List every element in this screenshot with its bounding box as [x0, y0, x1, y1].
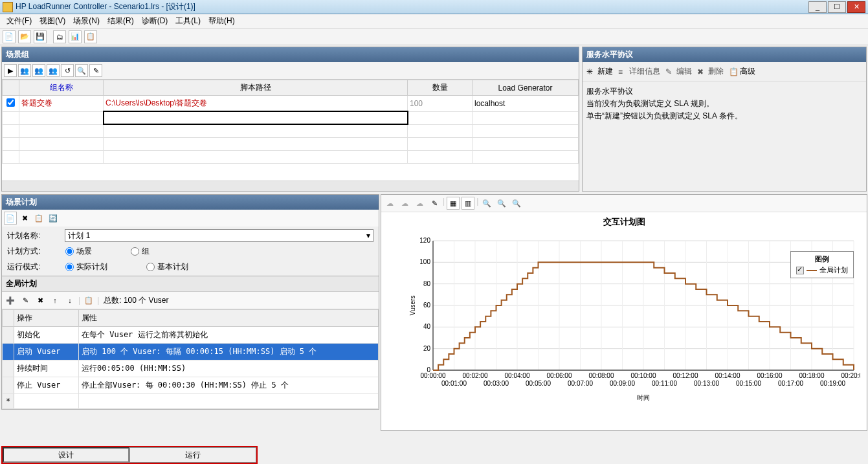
reset-icon[interactable]: ↺ [61, 64, 74, 77]
main-toolbar: 📄 📂 💾 🗂 📊 📋 [0, 28, 868, 45]
sla-new-button[interactable]: ✳新建 [586, 66, 613, 77]
chart-view-2-icon[interactable]: ▥ [462, 197, 474, 210]
gp-edit-icon[interactable]: ✎ [19, 294, 32, 307]
sched-new-icon[interactable]: 📄 [4, 212, 17, 225]
col-group-name[interactable]: 组名称 [19, 80, 104, 96]
legend-line-icon [807, 270, 817, 271]
minimize-button[interactable]: _ [808, 1, 827, 13]
delete-icon: ✖ [697, 67, 706, 76]
chart-legend: 图例 全局计划 [790, 251, 854, 278]
scenario-group-grid[interactable]: 组名称 脚本路径 数量 Load Generator 答题交卷 C:\Users… [2, 80, 579, 181]
tab-design[interactable]: 设计 [3, 447, 129, 463]
plan-name-label: 计划名称: [7, 230, 65, 241]
open-icon[interactable]: 📂 [18, 30, 31, 43]
chart-tool-2[interactable]: ☁ [398, 197, 411, 210]
svg-text:00:09:00: 00:09:00 [610, 380, 635, 387]
sched-copy-icon[interactable]: 📋 [32, 212, 45, 225]
gp-del-icon[interactable]: ✖ [34, 294, 47, 307]
edit-icon[interactable]: ✎ [89, 64, 102, 77]
plan-name-select[interactable]: 计划 1▾ [65, 229, 373, 242]
sla-edit-button[interactable]: ✎编辑 [665, 66, 692, 77]
gp-up-icon[interactable]: ↑ [49, 294, 61, 307]
vusers-icon-3[interactable]: 👥 [47, 64, 60, 77]
vusers-icon-2[interactable]: 👥 [32, 64, 45, 77]
pencil-icon: ✎ [665, 67, 674, 76]
app-icon [3, 2, 13, 12]
table-row[interactable]: 停止 Vuser停止全部Vuser: 每 00:00:30 (HH:MM:SS)… [3, 377, 379, 394]
radio-method-scene[interactable]: 场景 [65, 246, 92, 257]
table-row[interactable]: 持续时间运行00:05:00 (HH:MM:SS) [3, 360, 379, 377]
zoom-out-icon[interactable]: 🔍 [495, 197, 508, 210]
zoom-in-icon[interactable]: 🔍 [480, 197, 493, 210]
radio-mode-real[interactable]: 实际计划 [65, 261, 107, 272]
sla-advanced-button[interactable]: 📋高级 [729, 66, 755, 77]
tool-icon-1[interactable]: 🗂 [53, 30, 66, 43]
gp-add-icon[interactable]: ➕ [4, 294, 17, 307]
tool-icon-2[interactable]: 📊 [69, 30, 82, 43]
menu-results[interactable]: 结果(R) [104, 14, 138, 28]
chevron-down-icon: ▾ [366, 231, 370, 240]
play-icon[interactable]: ▶ [4, 64, 17, 77]
sched-delete-icon[interactable]: ✖ [18, 212, 31, 225]
tool-icon-3[interactable]: 📋 [84, 30, 97, 43]
sla-delete-button[interactable]: ✖删除 [697, 66, 724, 77]
sched-refresh-icon[interactable]: 🔄 [47, 212, 60, 225]
col-quantity: 数量 [408, 80, 473, 96]
svg-text:00:15:00: 00:15:00 [736, 380, 761, 387]
svg-text:20: 20 [423, 345, 431, 352]
scenario-group-header: 场景组 [2, 47, 579, 62]
table-row[interactable]: 初始化在每个 Vuser 运行之前将其初始化 [3, 327, 379, 344]
detail-icon: ≡ [618, 67, 627, 76]
col-script-path: 脚本路径 [104, 80, 408, 96]
save-icon[interactable]: 💾 [34, 30, 47, 43]
menu-diag[interactable]: 诊断(D) [138, 14, 172, 28]
close-button[interactable]: ✕ [847, 1, 865, 13]
gp-copy-icon[interactable]: 📋 [82, 294, 95, 307]
details-icon[interactable]: 🔍 [75, 64, 88, 77]
table-row[interactable]: ▸启动 Vuser启动 100 个 Vuser: 每隔 00:00:15 (HH… [3, 344, 379, 360]
chart-edit-icon[interactable]: ✎ [428, 197, 441, 210]
maximize-button[interactable]: ☐ [828, 1, 846, 13]
vusers-icon-1[interactable]: 👥 [18, 64, 31, 77]
svg-text:Vusers: Vusers [409, 296, 416, 316]
scenario-group-toolbar: ▶ 👥 👥 👥 ↺ 🔍 ✎ [2, 62, 579, 80]
chart-toolbar: ☁ ☁ ☁ ✎ | ▦ ▥ | 🔍 🔍 🔍 [381, 195, 867, 212]
chart-tool-1[interactable]: ☁ [383, 197, 396, 210]
menu-file[interactable]: 文件(F) [3, 14, 36, 28]
radio-method-group[interactable]: 组 [131, 246, 150, 257]
svg-text:00:04:00: 00:04:00 [505, 372, 530, 379]
menu-view[interactable]: 视图(V) [36, 14, 69, 28]
gp-down-icon[interactable]: ↓ [63, 294, 76, 307]
sla-header: 服务水平协议 [583, 47, 866, 62]
total-vusers-label: 总数: 100 个 Vuser [104, 295, 168, 306]
editing-cell[interactable] [104, 111, 408, 124]
global-plan-grid[interactable]: 操作 属性 初始化在每个 Vuser 运行之前将其初始化 ▸启动 Vuser启动… [2, 309, 379, 409]
new-icon[interactable]: 📄 [3, 30, 16, 43]
chart-view-1-icon[interactable]: ▦ [447, 197, 460, 210]
menu-scenario[interactable]: 场景(N) [69, 14, 104, 28]
run-mode-label: 运行模式: [7, 261, 65, 272]
svg-text:00:17:00: 00:17:00 [778, 380, 803, 387]
svg-text:00:11:00: 00:11:00 [652, 380, 677, 387]
table-row[interactable]: 答题交卷 C:\Users\ls\Desktop\答题交卷 100 localh… [3, 96, 579, 112]
svg-text:00:03:00: 00:03:00 [484, 380, 509, 387]
col-operation: 操作 [14, 310, 79, 327]
svg-text:00:18:00: 00:18:00 [799, 372, 825, 379]
sla-detail-button[interactable]: ≡详细信息 [618, 66, 660, 77]
horizontal-scrollbar[interactable] [2, 181, 579, 191]
new-icon: ✳ [586, 67, 595, 76]
cell-script-path: C:\Users\ls\Desktop\答题交卷 [104, 96, 408, 112]
chart-tool-3[interactable]: ☁ [413, 197, 426, 210]
scenario-group-panel: 场景组 ▶ 👥 👥 👥 ↺ 🔍 ✎ 组名称 脚本路径 数量 Load Gener… [1, 47, 579, 192]
menu-help[interactable]: 帮助(H) [205, 14, 239, 28]
table-row[interactable]: * [3, 394, 379, 409]
schedule-toolbar: 📄 ✖ 📋 🔄 [2, 210, 379, 226]
tab-run[interactable]: 运行 [129, 447, 256, 463]
legend-checkbox[interactable] [796, 267, 804, 274]
cell-load-generator: localhost [473, 96, 579, 112]
svg-text:00:20:00: 00:20:00 [841, 372, 860, 379]
radio-mode-basic[interactable]: 基本计划 [146, 261, 188, 272]
row-checkbox[interactable] [6, 98, 15, 107]
zoom-fit-icon[interactable]: 🔍 [510, 197, 523, 210]
menu-tools[interactable]: 工具(L) [172, 14, 205, 28]
